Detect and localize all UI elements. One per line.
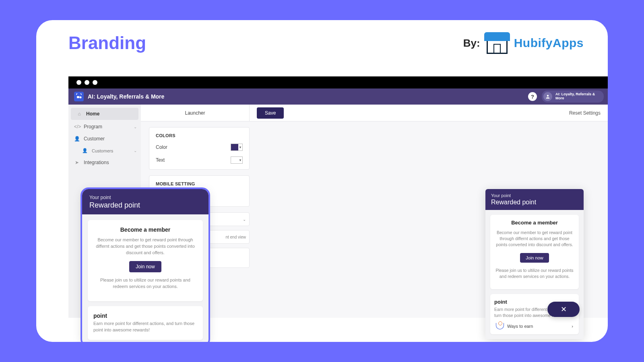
- preview-header: Your point Rewarded point: [82, 189, 208, 214]
- caption-text: nt end view: [225, 235, 246, 239]
- card-heading: Become a member: [494, 220, 575, 226]
- sidebar-label: Integrations: [84, 160, 109, 165]
- send-icon: ➤: [74, 160, 80, 165]
- sidebar-label: Customer: [84, 136, 105, 142]
- card-note: Please join us to ultilize our reward po…: [93, 277, 197, 290]
- preview-title: Rewarded point: [89, 201, 201, 210]
- card-heading: Become a member: [93, 226, 197, 233]
- ways-to-earn-row[interactable]: Ways to earn ›: [494, 319, 575, 329]
- swatch-preview: [231, 144, 238, 150]
- code-icon: </>: [74, 124, 80, 130]
- person-icon: 👤: [82, 148, 88, 153]
- sidebar-label: Program: [84, 124, 102, 130]
- user-menu[interactable]: AI: Loyalty, Referrals & More: [542, 90, 604, 103]
- color-setting-row: Color ▼: [156, 144, 243, 151]
- setting-label: Text: [156, 157, 165, 163]
- chevron-down-icon: ⌄: [243, 217, 246, 222]
- sidebar-item-home[interactable]: ⌂ Home: [71, 108, 138, 120]
- app-name: AI: Loyalty, Referrals & More: [88, 93, 164, 100]
- sidebar-label: Home: [86, 111, 99, 117]
- help-button[interactable]: ?: [528, 92, 537, 101]
- text-setting-row: Text ▼: [156, 156, 243, 164]
- svg-point-1: [80, 97, 82, 99]
- preview-body: Become a member Become our member to get…: [485, 210, 584, 339]
- preview-title: Rewarded point: [491, 199, 578, 206]
- sidebar-item-customer[interactable]: 👤 Customer: [68, 133, 141, 145]
- color-picker[interactable]: ▼: [231, 144, 243, 151]
- chevron-right-icon: ›: [572, 324, 573, 329]
- chevron-down-icon: ⌄: [134, 125, 137, 129]
- chevron-down-icon: ▼: [238, 146, 242, 149]
- traffic-light-icon: [76, 80, 81, 85]
- app-header: AI: Loyalty, Referrals & More ? AI: Loya…: [68, 88, 608, 105]
- reset-settings-link[interactable]: Reset Settings: [569, 110, 601, 116]
- page-title: Branding: [68, 33, 146, 53]
- preview-subtitle: Your point: [89, 195, 201, 200]
- brand-word: HubifyApps: [514, 36, 584, 50]
- chevron-down-icon: ⌄: [134, 148, 137, 153]
- tab-launcher[interactable]: Launcher: [141, 105, 250, 121]
- colors-panel: COLORS Color ▼ Text ▼: [149, 127, 250, 170]
- window-titlebar: [68, 76, 608, 88]
- sidebar-label: Customers: [92, 148, 113, 153]
- sidebar-item-integrations[interactable]: ➤ Integrations: [68, 156, 141, 169]
- panel-title: MOBILE SETTING: [156, 181, 243, 186]
- save-button[interactable]: Save: [257, 107, 284, 119]
- sidebar-item-program[interactable]: </> Program ⌄: [68, 121, 141, 133]
- svg-rect-0: [77, 96, 79, 98]
- card-text: Earn more point for different actions, a…: [93, 321, 197, 333]
- content-toolbar: Launcher Save Reset Settings: [141, 105, 608, 121]
- marketing-header: Branding By: HubifyApps: [36, 20, 608, 62]
- close-launcher-button[interactable]: ✕: [547, 302, 580, 317]
- outer-card: Branding By: HubifyApps AI: Loyalty, Ref…: [36, 20, 608, 342]
- home-icon: ⌂: [76, 111, 82, 117]
- chevron-down-icon: ▼: [238, 158, 242, 162]
- avatar-icon: [543, 92, 552, 101]
- by-label: By:: [463, 37, 480, 49]
- preview-widget-highlighted: Your point Rewarded point Become a membe…: [82, 189, 208, 342]
- preview-header: Your point Rewarded point: [485, 189, 584, 210]
- app-logo-icon: [74, 92, 84, 101]
- card-note: Please join us to ultilize our reward po…: [494, 267, 575, 280]
- preview-body: Become a member Become our member to get…: [82, 214, 208, 342]
- point-card: point Earn more point for different acti…: [88, 306, 203, 340]
- panel-title: COLORS: [156, 133, 243, 138]
- ways-icon: [496, 323, 504, 329]
- sidebar-item-customers[interactable]: 👤 Customers ⌄: [68, 145, 141, 156]
- card-text: Become our member to get reward point th…: [93, 237, 197, 256]
- card-text: Become our member to get reward point th…: [494, 230, 575, 248]
- card-heading: point: [93, 313, 197, 319]
- traffic-light-icon: [85, 80, 89, 85]
- ways-label: Ways to earn: [507, 324, 533, 329]
- join-now-button[interactable]: Join now: [129, 261, 161, 272]
- member-card: Become a member Become our member to get…: [88, 220, 203, 301]
- person-icon: 👤: [74, 136, 80, 142]
- preview-subtitle: Your point: [491, 193, 578, 198]
- close-icon: ✕: [561, 305, 567, 314]
- text-color-picker[interactable]: ▼: [231, 156, 243, 164]
- swatch-preview: [231, 157, 238, 163]
- user-label: AI: Loyalty, Referrals & More: [555, 93, 600, 101]
- join-now-button[interactable]: Join now: [520, 253, 549, 263]
- brand-block: By: HubifyApps: [463, 32, 584, 54]
- traffic-light-icon: [93, 80, 97, 85]
- svg-point-2: [547, 95, 549, 97]
- setting-label: Color: [156, 144, 167, 150]
- member-card: Become a member Become our member to get…: [490, 215, 579, 289]
- hubify-logo-icon: [484, 32, 510, 54]
